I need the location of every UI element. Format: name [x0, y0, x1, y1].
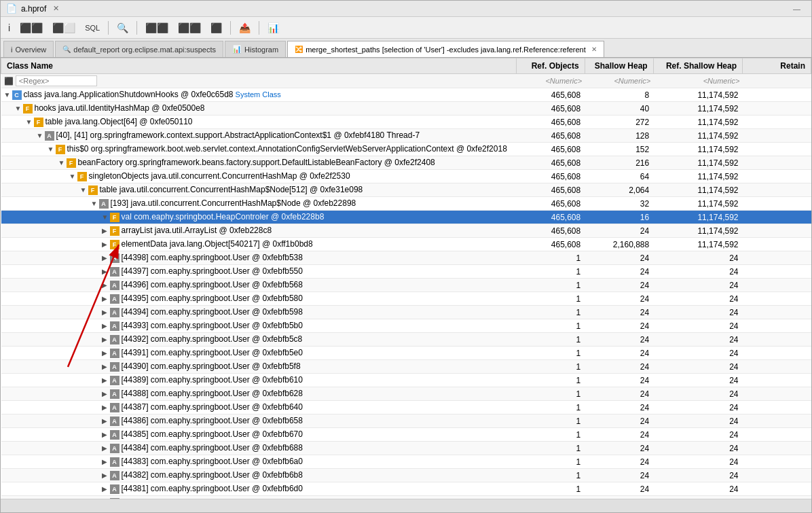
table-row[interactable]: ▶A[44387] com.eaphy.springboot.User @ 0x…: [1, 401, 811, 414]
tree-toggle[interactable]: ▶: [102, 254, 110, 262]
col-refshallow-header[interactable]: Ref. Shallow Heap: [653, 58, 742, 74]
minimize-icon[interactable]: —: [793, 5, 800, 13]
toolbar-sql-btn[interactable]: SQL: [81, 22, 103, 34]
row-ref-objects: 1: [516, 319, 585, 333]
col-classname-header[interactable]: Class Name: [1, 58, 517, 74]
table-row[interactable]: ▶A[44382] com.eaphy.springboot.User @ 0x…: [1, 469, 811, 482]
tree-toggle[interactable]: ▼: [4, 91, 12, 99]
classname-filter-input[interactable]: [16, 75, 97, 86]
table-row[interactable]: ▶A[44397] com.eaphy.springboot.User @ 0x…: [1, 265, 811, 279]
tree-toggle[interactable]: ▶: [102, 444, 110, 452]
tree-toggle[interactable]: ▶: [102, 458, 110, 465]
toolbar-export-btn[interactable]: 📤: [236, 20, 254, 35]
toolbar-stats-btn[interactable]: 📊: [264, 20, 282, 35]
tree-toggle[interactable]: ▼: [58, 159, 67, 166]
table-row[interactable]: ▶A[44390] com.eaphy.springboot.User @ 0x…: [1, 360, 811, 374]
table-row[interactable]: ▶FarrayList java.util.ArrayList @ 0xfeb2…: [1, 224, 811, 238]
tree-toggle[interactable]: ▶: [102, 308, 110, 316]
row-classname: ▶FarrayList java.util.ArrayList @ 0xfeb2…: [1, 224, 517, 238]
table-row[interactable]: ▼FsingletonObjects java.util.concurrent.…: [1, 170, 811, 183]
tree-toggle[interactable]: ▶: [102, 431, 110, 438]
row-retain-heap: [742, 347, 811, 360]
table-row[interactable]: ▼Ftable java.util.concurrent.ConcurrentH…: [1, 183, 811, 197]
row-classname: ▶A[44396] com.eaphy.springboot.User @ 0x…: [1, 279, 517, 292]
col-shallow-header[interactable]: Shallow Heap: [585, 58, 653, 74]
tree-toggle[interactable]: ▼: [91, 200, 99, 207]
tab-histogram-label: Histogram: [244, 46, 278, 54]
table-row[interactable]: ▼A[193] java.util.concurrent.ConcurrentH…: [1, 197, 811, 211]
toolbar-info-btn[interactable]: i: [5, 20, 14, 35]
tree-toggle[interactable]: ▼: [102, 213, 110, 221]
table-row[interactable]: ▶A[44393] com.eaphy.springboot.User @ 0x…: [1, 319, 811, 333]
row-ref-objects: 465,608: [516, 183, 585, 197]
table-row[interactable]: ▶A[44392] com.eaphy.springboot.User @ 0x…: [1, 333, 811, 347]
table-row[interactable]: ▶A[44398] com.eaphy.springboot.User @ 0x…: [1, 251, 811, 265]
tree-toggle[interactable]: ▶: [102, 227, 110, 234]
row-ref-shallow-heap: 11,174,592: [653, 170, 742, 183]
table-row[interactable]: ▼Ftable java.lang.Object[64] @ 0xfe05011…: [1, 116, 811, 129]
table-row[interactable]: ▼Fthis$0 org.springframework.boot.web.se…: [1, 143, 811, 156]
table-row[interactable]: ▶A[44386] com.eaphy.springboot.User @ 0x…: [1, 414, 811, 428]
regex-icon: ⬛: [4, 77, 14, 85]
tree-toggle[interactable]: ▼: [69, 173, 77, 180]
toolbar-search-btn[interactable]: 🔍: [113, 20, 132, 35]
toolbar-copy-btn[interactable]: ⬛⬛: [142, 20, 172, 35]
tree-toggle[interactable]: ▶: [102, 363, 110, 370]
col-refobj-header[interactable]: Ref. Objects: [516, 58, 585, 74]
table-row[interactable]: ▼Fhooks java.util.IdentityHashMap @ 0xfe…: [1, 102, 811, 116]
toolbar-chart-btn[interactable]: ⬛⬛: [16, 20, 46, 35]
tree-toggle[interactable]: ▶: [102, 322, 110, 330]
toolbar-paste-btn[interactable]: ⬛⬛: [174, 20, 204, 35]
tree-toggle[interactable]: ▶: [102, 472, 110, 479]
table-row[interactable]: ▶A[44384] com.eaphy.springboot.User @ 0x…: [1, 442, 811, 455]
table-container[interactable]: Class Name Ref. Objects Shallow Heap Ref…: [1, 58, 811, 499]
table-row[interactable]: ▶A[44389] com.eaphy.springboot.User @ 0x…: [1, 374, 811, 387]
table-row[interactable]: ▼Cclass java.lang.ApplicationShutdownHoo…: [1, 88, 811, 102]
table-row[interactable]: ▶A[44395] com.eaphy.springboot.User @ 0x…: [1, 292, 811, 306]
row-name-text: this$0 org.springframework.boot.web.serv…: [67, 144, 507, 154]
tab-merge-close[interactable]: ✕: [591, 46, 597, 53]
row-ref-shallow-heap: 11,174,592: [653, 88, 742, 102]
table-row[interactable]: ▼FbeanFactory org.springframework.beans.…: [1, 156, 811, 170]
tree-toggle[interactable]: ▼: [48, 145, 56, 153]
tree-toggle[interactable]: ▶: [102, 417, 110, 425]
table-row[interactable]: ▶A[44381] com.eaphy.springboot.User @ 0x…: [1, 482, 811, 496]
row-classname: ▶A[44390] com.eaphy.springboot.User @ 0x…: [1, 360, 517, 374]
tab-histogram[interactable]: 📊 Histogram: [225, 41, 286, 57]
tree-toggle[interactable]: ▶: [102, 404, 110, 411]
title-close[interactable]: ✕: [53, 4, 59, 13]
tab-overview[interactable]: i Overview: [3, 41, 54, 57]
tree-toggle[interactable]: ▼: [15, 105, 23, 112]
table-row[interactable]: ▶A[44396] com.eaphy.springboot.User @ 0x…: [1, 279, 811, 292]
row-ref-objects: 1: [516, 469, 585, 482]
table-row[interactable]: ▼A[40], [41] org.springframework.context…: [1, 129, 811, 143]
tree-toggle[interactable]: ▼: [26, 118, 34, 126]
tree-toggle[interactable]: ▼: [80, 186, 88, 194]
tab-default-report[interactable]: 🔍 default_report org.eclipse.mat.api:sus…: [55, 41, 223, 57]
tab-merge-shortest[interactable]: 🔀 merge_shortest_paths [selection of 'Us…: [287, 41, 604, 57]
tree-toggle[interactable]: ▶: [102, 281, 110, 289]
table-row[interactable]: ▶A[44388] com.eaphy.springboot.User @ 0x…: [1, 387, 811, 401]
table-row[interactable]: ▶A[44385] com.eaphy.springboot.User @ 0x…: [1, 428, 811, 442]
tree-toggle[interactable]: ▶: [102, 336, 110, 343]
title-bar-left: 📄 a.hprof ✕: [6, 3, 59, 14]
tree-toggle[interactable]: ▶: [102, 390, 110, 397]
table-row[interactable]: ▶A[44391] com.eaphy.springboot.User @ 0x…: [1, 347, 811, 360]
table-row[interactable]: ▶A[44394] com.eaphy.springboot.User @ 0x…: [1, 306, 811, 319]
row-retain-heap: [742, 387, 811, 401]
tree-toggle[interactable]: ▶: [102, 241, 110, 248]
table-row[interactable]: ▼Fval com.eaphy.springboot.HeapControler…: [1, 211, 811, 224]
row-ref-objects: 465,608: [516, 129, 585, 143]
tree-toggle[interactable]: ▶: [102, 485, 110, 493]
toolbar-delete-btn[interactable]: ⬛: [207, 20, 225, 35]
tree-toggle[interactable]: ▶: [102, 376, 110, 384]
tree-toggle[interactable]: ▶: [102, 295, 110, 302]
tree-toggle[interactable]: ▶: [102, 349, 110, 357]
table-row[interactable]: ▶FelementData java.lang.Object[540217] @…: [1, 238, 811, 251]
toolbar-grid-btn[interactable]: ⬛⬜: [49, 20, 79, 35]
table-row[interactable]: ▶A[44383] com.eaphy.springboot.User @ 0x…: [1, 455, 811, 469]
row-ref-shallow-heap: 24: [653, 360, 742, 374]
tree-toggle[interactable]: ▶: [102, 268, 110, 275]
col-retain-header[interactable]: Retain: [742, 58, 811, 74]
tree-toggle[interactable]: ▼: [37, 132, 45, 139]
